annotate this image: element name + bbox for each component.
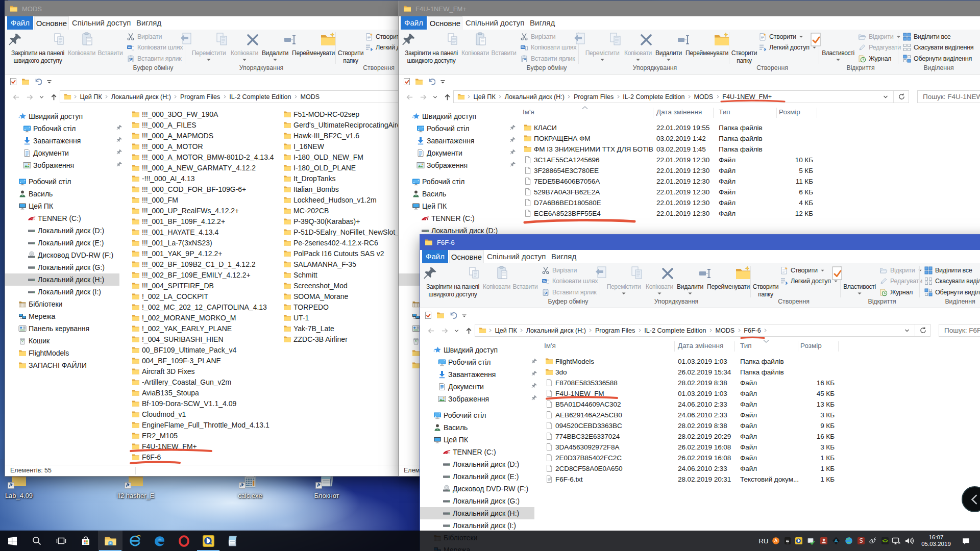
nav-up-button[interactable] [462,322,475,339]
column-header-name[interactable]: Ім'я [523,108,534,116]
sidebar-item[interactable]: Локальний диск (I:) [28,286,101,298]
folder-list-item[interactable]: !!!_000_A_NEW_GARMATY_4.12.2 [132,162,256,173]
folder-list-item[interactable]: -Artillery_Coastal_Gun_v2m [132,377,231,387]
column-header-date[interactable]: Дата змінення [656,108,702,116]
tab-home[interactable]: Основне [449,250,484,263]
sidebar-item[interactable]: Локальний диск (E:) [443,470,519,483]
tray-satellite-icon[interactable] [867,531,878,551]
sidebar-item[interactable]: TENNER (C:) [443,446,496,458]
new-item-button[interactable]: Створити [758,31,803,42]
folder-list-item[interactable]: !_002_YAK_EARLY_PLANE [132,323,232,334]
folder-list-item[interactable]: TORPEDO [283,302,329,312]
edit-button[interactable]: Редагувати [858,42,901,53]
breadcrumb-item[interactable]: Program Files [572,93,615,101]
nav-back-button[interactable] [9,89,22,106]
sidebar-item[interactable]: TENNER (C:) [421,212,475,224]
sidebar-item[interactable]: Робочий стіл [416,122,470,135]
sidebar-item[interactable]: Локальний диск (D:) [28,224,104,237]
breadcrumb-item[interactable]: Program Files [178,93,222,101]
folder-list-item[interactable]: !!!_000_A_MOTOR [132,141,203,152]
folder-list-item[interactable]: !_002_LA_COCKPIT [132,291,208,302]
task-view-button[interactable] [49,531,74,551]
nav-forward-button[interactable] [438,322,451,339]
sidebar-item[interactable]: Швидкий доступ [18,110,83,122]
qat-customize-button[interactable] [461,312,468,318]
file-row[interactable]: FlightModels01.03.2019 1:03Папка файлів [538,356,980,367]
notification-center-button[interactable] [955,531,976,551]
tab-share[interactable]: Спільний доступ [67,16,135,29]
folder-list-item[interactable]: !!!_001_BF_109F_4.12.2+ [132,216,225,227]
file-row[interactable]: 3C1AE55CA124569622.01.2019 12:30Файл10 К… [517,155,980,165]
column-header-type[interactable]: Тип [740,342,752,349]
folder-list-item[interactable]: SALAMANRA_F-35 [283,259,356,269]
tab-file[interactable]: Файл [422,250,448,263]
nav-back-button[interactable] [403,89,416,106]
folder-list-item[interactable]: !!!_000_A_FILES [132,119,197,130]
qat-undo-button[interactable] [449,311,457,319]
history-button[interactable]: Журнал [879,287,913,297]
folder-list-item[interactable]: !!!_000_A_MAPMODS [132,130,213,141]
sidebar-item[interactable]: Документи [438,381,484,393]
qat-new-folder-button[interactable] [21,78,30,86]
file-row[interactable]: 774BBC32E633702428.02.2019 20:29Файл16 К… [538,431,980,442]
sidebar-item[interactable]: Василь [412,188,446,200]
sidebar-item[interactable]: Панель керування [18,322,89,335]
tray-epic-games-icon[interactable] [782,531,793,551]
refresh-button[interactable] [916,327,930,334]
titlebar[interactable]: F4U-1NEW_FM+ [399,1,980,16]
tray-network-status-icon[interactable] [891,531,902,551]
qat-customize-button[interactable] [439,78,446,85]
tray-smart-defrag-icon[interactable] [855,531,867,551]
folder-list-item[interactable]: UT-1 [283,312,309,323]
folder-list-item[interactable]: F6F-6 [132,452,161,462]
breadcrumb-item[interactable]: Цей ПК [472,93,497,101]
breadcrumb-item[interactable]: Цей ПК [493,327,519,334]
sidebar-item[interactable]: Документи [23,147,69,159]
sidebar-item[interactable]: Мережа [18,310,55,322]
breadcrumb-item[interactable]: IL-2 Complete Edition [643,327,708,334]
folder-list-item[interactable]: !!!_001_HAYATE_4.13.4 [132,227,218,237]
folder-list-item[interactable]: !!!_001_La-7(3xNS23) [132,237,212,248]
folder-list-item[interactable]: Cloudmod_v1 [132,409,186,419]
folder-list-item[interactable]: !!!_000_UP_RealFWs_4.12.2+ [132,205,239,216]
nav-forward-button[interactable] [417,89,429,106]
tray-avast-icon[interactable] [770,531,781,551]
sidebar-item[interactable]: ЗАПАСНІ ФАЙЛИ [18,359,87,371]
open-button[interactable]: Відкрити [879,265,922,276]
tab-share[interactable]: Спільний доступ [482,250,550,263]
folder-list-item[interactable]: !!!_002_BF_109E_EMILY_4.12.2+ [132,269,251,280]
internet-explorer-button[interactable] [122,531,147,551]
tray-red-user-icon[interactable] [818,531,829,551]
copy-path-button[interactable]: Копіювати шлях [542,276,598,286]
address-dropdown-button[interactable] [900,328,914,334]
nav-up-button[interactable] [440,89,454,106]
folder-list-item[interactable]: !!!_000_A_MOTOR_BMW-801D-2_4.13.4 [132,152,274,162]
file-explorer-button[interactable] [98,531,122,551]
file-row[interactable]: F6F-6.txt28.02.2019 20:31Текстовий докум… [538,474,980,485]
sidebar-item[interactable]: Цей ПК [412,200,447,212]
sidebar-item[interactable]: Завантаження [416,135,474,147]
qat-properties-button[interactable] [424,311,432,319]
folder-list-item[interactable]: PolPack I16 Cutouts SAS v2 [283,248,384,259]
sidebar-item[interactable]: Локальний диск (E:) [28,237,104,249]
tab-file[interactable]: Файл [401,16,427,30]
nav-up-button[interactable] [47,89,60,106]
clock[interactable]: 16:07 05.03.2019 [919,531,953,551]
tab-view[interactable]: Вигляд [546,250,581,263]
tab-home[interactable]: Основне [428,16,462,30]
column-header-size[interactable]: Розмір [800,342,822,349]
folder-list-item[interactable]: Italian_Bombs [283,184,339,194]
sidebar-item[interactable]: Завантаження [23,135,81,147]
edit-button[interactable]: Редагувати [879,276,922,286]
download-master-button[interactable] [196,531,220,551]
invert-selection-button[interactable]: Обернути виділення [903,53,972,64]
sidebar-item[interactable]: Завантаження [438,368,496,381]
folder-list-item[interactable]: ER2_M105 [132,430,178,441]
sidebar-item[interactable]: Локальний диск (I:) [443,519,516,532]
edge-button[interactable] [147,531,172,551]
column-header-type[interactable]: Тип [719,108,730,116]
open-button[interactable]: Відкрити [858,31,901,42]
titlebar[interactable]: F6F-6 [420,235,980,250]
qat-properties-button[interactable] [403,78,411,86]
breadcrumb-field[interactable]: Цей ПКЛокальний диск (H:)Program FilesIL… [475,324,930,337]
